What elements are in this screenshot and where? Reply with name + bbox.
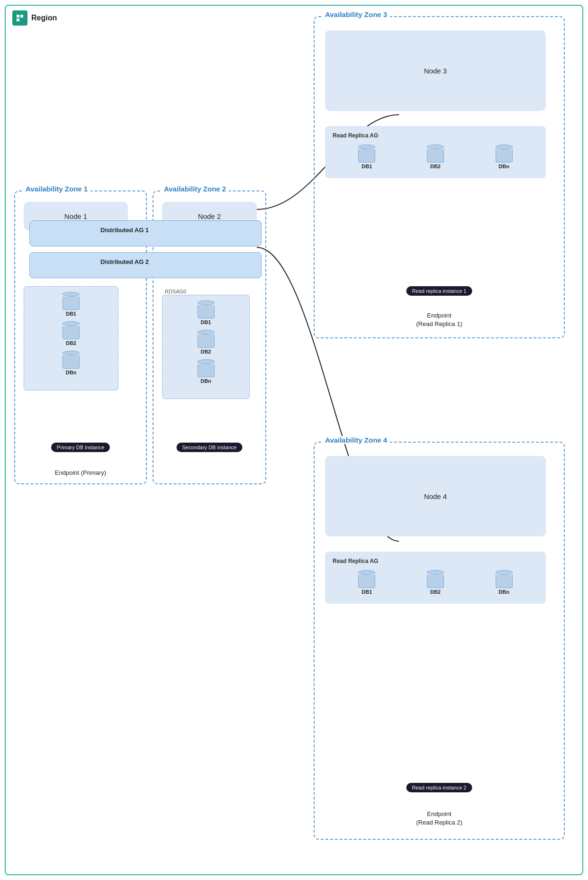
az4-title: Availability Zone 4 — [322, 436, 390, 444]
svg-rect-0 — [17, 15, 19, 18]
az2-dbn: DBn — [198, 359, 215, 384]
replica1-badge: Read replica instance 1 — [407, 286, 472, 296]
az3-dbn: DBn — [496, 145, 513, 169]
az2-db1: DB1 — [198, 300, 215, 325]
node4-box: Node 4 — [325, 456, 546, 536]
az3-rrag-label: Read Replica AG — [333, 132, 378, 139]
az3-box: Availability Zone 3 Node 3 Read Replica … — [314, 16, 565, 338]
az1-title: Availability Zone 1 — [23, 185, 90, 193]
az1-db2: DB2 — [63, 321, 80, 346]
az4-db2: DB2 — [427, 570, 444, 595]
az4-rrag-label: Read Replica AG — [333, 558, 378, 564]
az1-dbn: DBn — [63, 351, 80, 375]
az3-title: Availability Zone 3 — [322, 10, 390, 18]
az2-title: Availability Zone 2 — [161, 185, 229, 193]
node3-box: Node 3 — [325, 30, 546, 111]
svg-rect-2 — [17, 18, 19, 21]
az3-db1: DB1 — [358, 145, 375, 169]
node3-label: Node 3 — [424, 67, 447, 75]
primary-badge: Primary DB instance — [51, 443, 110, 452]
node4-label: Node 4 — [424, 492, 447, 500]
az4-endpoint: Endpoint(Read Replica 2) — [416, 810, 462, 826]
dag2-label: Distributed AG 2 — [100, 258, 149, 265]
svg-rect-1 — [20, 15, 23, 18]
az4-box: Availability Zone 4 Node 4 Read Replica … — [314, 442, 565, 840]
node1-label: Node 1 — [64, 212, 87, 220]
az1-db1: DB1 — [63, 292, 80, 317]
az1-endpoint: Endpoint (Primary) — [55, 469, 106, 476]
secondary-badge: Secondary DB instance — [177, 443, 243, 452]
az4-db1: DB1 — [358, 570, 375, 595]
az3-db2: DB2 — [427, 145, 444, 169]
main-region-container: Region Availability Zone 1 Node 1 DB1 DB — [5, 5, 583, 875]
az4-dbn: DBn — [496, 570, 513, 595]
rdsag-label: RDSAG0 — [165, 289, 186, 294]
region-label: Region — [31, 14, 57, 22]
az2-db2: DB2 — [198, 330, 215, 354]
node2-label: Node 2 — [198, 212, 221, 220]
az2-db-group: DB1 DB2 DBn — [162, 295, 250, 399]
dag1-label: Distributed AG 1 — [100, 227, 149, 234]
az1-db-group: DB1 DB2 DBn — [24, 286, 118, 390]
replica2-badge: Read replica instance 2 — [407, 783, 472, 792]
az3-endpoint: Endpoint(Read Replica 1) — [416, 312, 462, 327]
logo-icon — [12, 10, 27, 26]
